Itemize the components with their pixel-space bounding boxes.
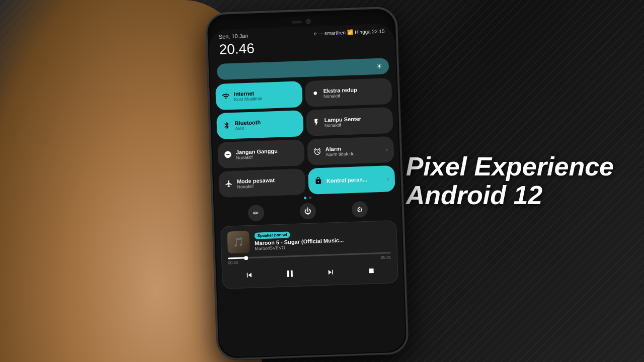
tile-kontrol-perangkat[interactable]: Kontrol peran... ›: [308, 165, 395, 195]
carrier-label: e — smartfren: [314, 30, 346, 36]
settings-icon: ⚙: [356, 205, 363, 213]
svg-point-0: [313, 91, 317, 95]
tile-bluetooth-text: Bluetooth Aktif: [235, 118, 298, 131]
tile-jangan-ganggu[interactable]: Jangan Ganggu Nonaktif: [217, 139, 305, 168]
tile-kontrol-title: Kontrol peran...: [327, 176, 383, 184]
progress-total: 05.01: [381, 255, 391, 260]
wifi-icon: [222, 92, 230, 102]
tile-dnd-text: Jangan Ganggu Nonaktif: [236, 147, 299, 160]
progress-current: 00.34: [228, 260, 238, 265]
tile-alarm[interactable]: Alarm Alarm tidak di... ›: [307, 136, 394, 165]
tile-ekstra-text: Ekstra redup Nonaktif: [323, 85, 386, 99]
airplane-icon: [225, 179, 233, 190]
settings-button[interactable]: ⚙: [352, 201, 368, 218]
stop-button[interactable]: [363, 263, 379, 279]
kontrol-arrow-icon: ›: [387, 176, 389, 182]
tile-mode-pesawat[interactable]: Mode pesawat Nonaktif: [218, 168, 306, 198]
wifi-icon: 📶: [347, 29, 353, 35]
pause-button[interactable]: [282, 266, 297, 282]
quick-tiles-grid: Internet Kost Muslimin Ekstra redup Nona…: [210, 78, 400, 198]
music-controls: [228, 262, 392, 283]
music-player-top: 🎵 Speaker ponsel Maroon 5 - Sugar (Offic…: [227, 226, 390, 253]
rewind-button[interactable]: [241, 267, 257, 283]
progress-thumb: [244, 256, 248, 260]
tile-alarm-text: Alarm Alarm tidak di...: [325, 144, 382, 157]
tile-internet[interactable]: Internet Kost Muslimin: [215, 81, 303, 110]
brightness-icon: ☀: [376, 62, 383, 70]
edit-button[interactable]: ✏: [248, 205, 264, 221]
flashlight-icon: [312, 118, 320, 128]
music-thumbnail: 🎵: [227, 231, 250, 254]
progress-fill: [228, 257, 246, 259]
page-dot-1: [303, 197, 306, 199]
phone-notch: [281, 16, 321, 28]
battery-text: Hingga 22.15: [355, 28, 385, 35]
power-icon: ⏻: [304, 207, 312, 215]
brand-line2: Android 12: [406, 181, 614, 210]
phone-speaker: [292, 21, 302, 24]
alarm-icon: [313, 147, 321, 157]
tile-lampu-text: Lampu Senter Nonaktif: [324, 115, 387, 128]
forward-button[interactable]: [323, 264, 338, 280]
music-info: Speaker ponsel Maroon 5 - Sugar (Officia…: [254, 228, 390, 251]
phone-body: Sen, 10 Jan e — smartfren 📶 Hingga 22.15…: [205, 7, 409, 360]
page-dot-2: [308, 197, 311, 199]
phone-camera: [306, 19, 311, 24]
brightness-dim-icon: [311, 89, 319, 99]
tile-bluetooth[interactable]: Bluetooth Aktif: [216, 110, 304, 139]
brightness-bar[interactable]: ☀: [217, 58, 389, 80]
alarm-arrow-icon: ›: [386, 147, 388, 152]
tile-ekstra-redup[interactable]: Ekstra redup Nonaktif: [305, 78, 392, 107]
music-badge: Speaker ponsel: [254, 231, 290, 239]
tile-internet-text: Internet Kost Muslimin: [233, 89, 296, 102]
dnd-icon: [224, 150, 232, 160]
lock-icon: [314, 176, 323, 186]
edit-icon: ✏: [253, 209, 259, 217]
status-date: Sen, 10 Jan: [218, 33, 248, 40]
phone-device: Sen, 10 Jan e — smartfren 📶 Hingga 22.15…: [205, 7, 409, 360]
time-display: 20.46: [219, 40, 255, 57]
phone-screen: Sen, 10 Jan e — smartfren 📶 Hingga 22.15…: [208, 24, 406, 358]
power-button[interactable]: ⏻: [299, 203, 316, 219]
tile-lampu-senter[interactable]: Lampu Senter Nonaktif: [306, 107, 393, 136]
music-thumb-image: 🎵: [227, 231, 250, 254]
bluetooth-icon: [223, 121, 231, 131]
music-player: 🎵 Speaker ponsel Maroon 5 - Sugar (Offic…: [220, 220, 398, 289]
brand-line1: Pixel Experience: [406, 152, 614, 181]
tile-kontrol-text: Kontrol peran...: [327, 176, 383, 184]
tile-pesawat-text: Mode pesawat Nonaktif: [237, 176, 300, 190]
brand-overlay: Pixel Experience Android 12: [406, 152, 614, 210]
